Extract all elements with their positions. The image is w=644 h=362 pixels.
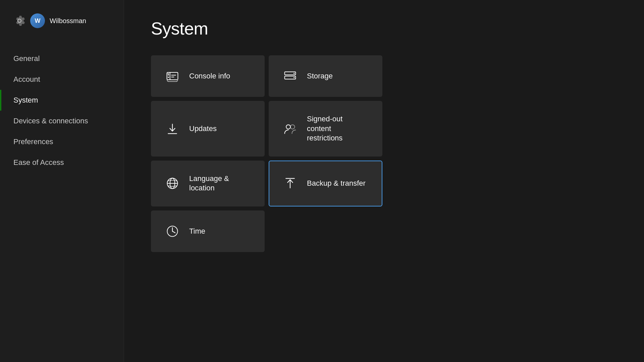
svg-point-9 — [293, 73, 295, 74]
tile-signed-out-content[interactable]: Signed-out content restrictions — [269, 101, 382, 157]
sidebar-item-ease-of-access[interactable]: Ease of Access — [0, 152, 124, 173]
tiles-grid: Console info Storage — [151, 55, 382, 252]
sidebar-item-account[interactable]: Account — [0, 69, 124, 90]
tile-time[interactable]: Time — [151, 210, 265, 252]
sidebar: W Wilbossman General Account System Devi… — [0, 0, 124, 362]
tile-time-label: Time — [189, 227, 205, 236]
tile-console-info-label: Console info — [189, 71, 230, 81]
svg-line-22 — [172, 231, 175, 233]
main-content: System Console info — [124, 0, 644, 362]
tile-storage[interactable]: Storage — [269, 55, 382, 97]
svg-point-10 — [293, 77, 295, 78]
user-header: W Wilbossman — [0, 13, 124, 48]
tile-backup-transfer-label: Backup & transfer — [307, 179, 366, 188]
svg-rect-4 — [171, 75, 176, 75]
tile-updates-label: Updates — [189, 124, 217, 134]
tile-storage-label: Storage — [307, 71, 333, 81]
sidebar-nav: General Account System Devices & connect… — [0, 48, 124, 173]
svg-point-2 — [168, 74, 169, 76]
console-icon — [165, 69, 180, 83]
page-title: System — [151, 18, 617, 39]
tile-console-info[interactable]: Console info — [151, 55, 265, 97]
tile-language-location-label: Language & location — [189, 174, 251, 193]
svg-point-14 — [290, 125, 295, 129]
tile-language-location[interactable]: Language & location — [151, 161, 265, 206]
updates-icon — [165, 121, 180, 136]
svg-point-3 — [168, 77, 169, 78]
globe-icon — [165, 176, 180, 191]
svg-rect-5 — [171, 77, 174, 77]
tile-signed-out-content-label: Signed-out content restrictions — [307, 114, 368, 143]
svg-point-13 — [286, 125, 290, 129]
gear-icon — [13, 15, 25, 27]
tile-backup-transfer[interactable]: Backup & transfer — [269, 161, 382, 206]
storage-icon — [283, 69, 298, 83]
signed-out-icon — [283, 121, 298, 136]
svg-rect-6 — [167, 73, 169, 74]
sidebar-item-system[interactable]: System — [0, 90, 124, 111]
avatar: W — [30, 13, 45, 28]
sidebar-item-devices[interactable]: Devices & connections — [0, 111, 124, 131]
tile-updates[interactable]: Updates — [151, 101, 265, 157]
sidebar-item-preferences[interactable]: Preferences — [0, 131, 124, 152]
username: Wilbossman — [50, 17, 86, 25]
backup-icon — [283, 176, 298, 191]
sidebar-item-general[interactable]: General — [0, 48, 124, 69]
clock-icon — [165, 224, 180, 239]
